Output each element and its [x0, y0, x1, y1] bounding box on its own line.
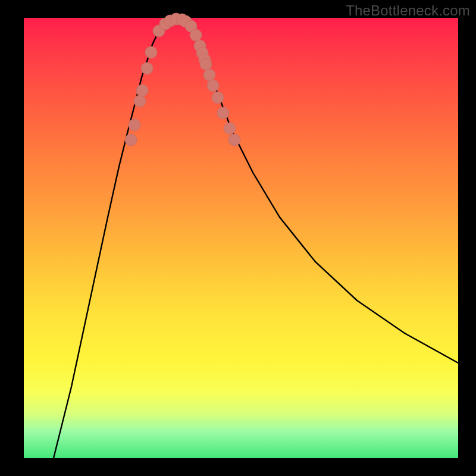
- curve-marker: [190, 29, 202, 41]
- chart-svg: [24, 18, 458, 458]
- curve-marker: [129, 119, 140, 131]
- curve-marker: [212, 92, 224, 104]
- curve-marker: [134, 95, 146, 107]
- curve-marker: [217, 107, 229, 119]
- curve-marker: [136, 84, 148, 96]
- curve-marker: [141, 62, 153, 74]
- curve-marker: [228, 134, 240, 146]
- curve-marker: [200, 58, 212, 70]
- plot-area: [24, 18, 458, 458]
- watermark-text: TheBottleneck.com: [346, 2, 470, 19]
- curve-markers: [125, 13, 240, 146]
- curve-marker: [125, 134, 137, 146]
- curve-marker: [224, 123, 236, 134]
- curve-marker: [207, 80, 219, 92]
- curve-path: [54, 19, 458, 458]
- curve-marker: [203, 69, 215, 81]
- curve-marker: [145, 46, 157, 58]
- outer-frame: TheBottleneck.com: [0, 0, 476, 476]
